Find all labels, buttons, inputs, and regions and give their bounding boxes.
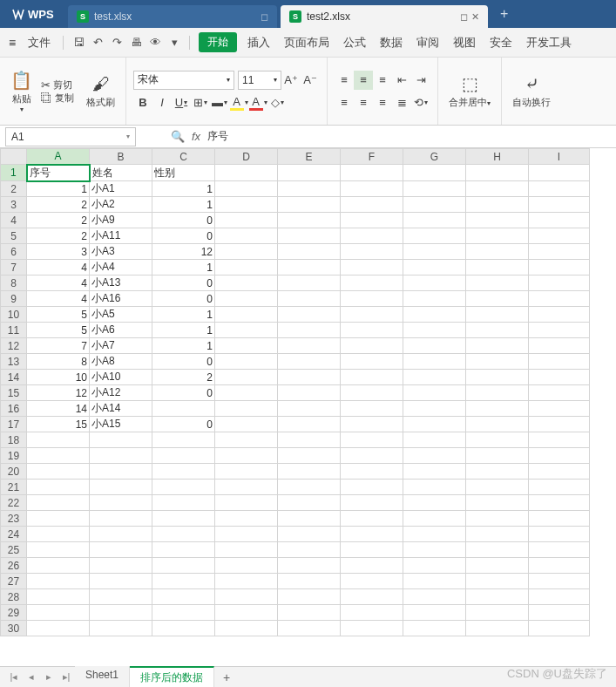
cell[interactable] bbox=[466, 527, 529, 542]
italic-button[interactable]: I bbox=[152, 93, 172, 112]
cell[interactable] bbox=[27, 527, 90, 542]
cell[interactable] bbox=[403, 589, 466, 605]
menu-review[interactable]: 审阅 bbox=[410, 35, 446, 51]
name-box[interactable]: A1▾ bbox=[5, 127, 136, 146]
cell[interactable] bbox=[403, 401, 466, 417]
cell[interactable] bbox=[215, 574, 278, 589]
cell[interactable] bbox=[341, 228, 403, 244]
cell[interactable] bbox=[529, 542, 590, 558]
cell[interactable] bbox=[278, 354, 341, 370]
cell[interactable] bbox=[341, 432, 403, 448]
cell[interactable] bbox=[90, 432, 152, 448]
menu-security[interactable]: 安全 bbox=[483, 35, 519, 51]
cell[interactable] bbox=[466, 448, 529, 464]
cell[interactable] bbox=[529, 589, 590, 605]
cell[interactable] bbox=[27, 542, 90, 558]
cell[interactable] bbox=[278, 165, 341, 181]
cell[interactable] bbox=[90, 464, 152, 480]
cell[interactable] bbox=[529, 574, 590, 589]
cell[interactable] bbox=[278, 323, 341, 338]
cell[interactable] bbox=[27, 480, 90, 495]
cell[interactable] bbox=[466, 385, 529, 401]
cell[interactable] bbox=[403, 385, 466, 401]
cell[interactable] bbox=[278, 260, 341, 275]
row-header[interactable]: 8 bbox=[1, 275, 27, 291]
cell[interactable] bbox=[403, 464, 466, 480]
align-top-icon[interactable]: ≡ bbox=[335, 71, 354, 90]
column-header[interactable]: E bbox=[278, 149, 341, 165]
cell[interactable] bbox=[215, 495, 278, 511]
cell[interactable] bbox=[90, 527, 152, 542]
cell[interactable]: 小A3 bbox=[90, 244, 152, 260]
row-header[interactable]: 30 bbox=[1, 621, 27, 636]
cell[interactable]: 1 bbox=[152, 338, 215, 354]
cell[interactable] bbox=[278, 181, 341, 197]
cell[interactable] bbox=[403, 354, 466, 370]
cell[interactable] bbox=[215, 417, 278, 432]
cell[interactable]: 8 bbox=[27, 354, 90, 370]
menu-view[interactable]: 视图 bbox=[446, 35, 483, 51]
cell[interactable] bbox=[278, 338, 341, 354]
cell[interactable]: 小A2 bbox=[90, 197, 152, 213]
cell[interactable] bbox=[152, 605, 215, 621]
cell[interactable] bbox=[152, 464, 215, 480]
cell[interactable] bbox=[27, 464, 90, 480]
cell[interactable]: 2 bbox=[27, 213, 90, 228]
cell[interactable] bbox=[341, 165, 403, 181]
column-header[interactable]: A bbox=[27, 149, 90, 165]
cell[interactable] bbox=[466, 260, 529, 275]
cell[interactable] bbox=[278, 480, 341, 495]
cell[interactable] bbox=[403, 527, 466, 542]
cell[interactable]: 姓名 bbox=[90, 165, 152, 181]
cell[interactable] bbox=[278, 385, 341, 401]
cell[interactable] bbox=[529, 213, 590, 228]
cell[interactable] bbox=[403, 558, 466, 574]
cell[interactable] bbox=[529, 181, 590, 197]
cell[interactable] bbox=[152, 495, 215, 511]
cell[interactable] bbox=[341, 464, 403, 480]
cell[interactable]: 0 bbox=[152, 291, 215, 307]
menu-devtools[interactable]: 开发工具 bbox=[519, 35, 579, 51]
cell[interactable] bbox=[529, 432, 590, 448]
cell[interactable] bbox=[466, 228, 529, 244]
cell[interactable] bbox=[529, 401, 590, 417]
cell[interactable]: 0 bbox=[152, 385, 215, 401]
row-header[interactable]: 23 bbox=[1, 511, 27, 527]
cell[interactable] bbox=[90, 480, 152, 495]
cell[interactable] bbox=[341, 323, 403, 338]
cell[interactable] bbox=[152, 480, 215, 495]
column-header[interactable]: C bbox=[152, 149, 215, 165]
merge-center-button[interactable]: ⬚ 合并居中▾ bbox=[445, 61, 494, 121]
cell[interactable] bbox=[27, 495, 90, 511]
cell[interactable] bbox=[27, 558, 90, 574]
cell[interactable] bbox=[529, 558, 590, 574]
row-header[interactable]: 18 bbox=[1, 432, 27, 448]
cell[interactable] bbox=[529, 370, 590, 385]
cell[interactable]: 小A11 bbox=[90, 228, 152, 244]
cell[interactable] bbox=[466, 432, 529, 448]
cell[interactable] bbox=[529, 338, 590, 354]
font-size-select[interactable]: 11▾ bbox=[238, 71, 281, 90]
row-header[interactable]: 17 bbox=[1, 417, 27, 432]
tab-pin-icon[interactable]: ◻ bbox=[261, 11, 268, 23]
cell[interactable]: 14 bbox=[27, 401, 90, 417]
row-header[interactable]: 6 bbox=[1, 244, 27, 260]
cell[interactable]: 小A12 bbox=[90, 385, 152, 401]
sheet-last-icon[interactable]: ▸| bbox=[58, 671, 75, 683]
new-tab-button[interactable]: + bbox=[491, 6, 517, 22]
cell[interactable]: 小A13 bbox=[90, 275, 152, 291]
cell[interactable] bbox=[215, 213, 278, 228]
decrease-indent-icon[interactable]: ⇤ bbox=[392, 71, 411, 90]
sheet-next-icon[interactable]: ▸ bbox=[40, 671, 58, 683]
cell[interactable] bbox=[90, 558, 152, 574]
cell[interactable] bbox=[403, 495, 466, 511]
highlight-button[interactable]: A bbox=[229, 93, 248, 112]
row-header[interactable]: 13 bbox=[1, 354, 27, 370]
cell[interactable] bbox=[403, 480, 466, 495]
cell[interactable] bbox=[215, 527, 278, 542]
row-header[interactable]: 4 bbox=[1, 213, 27, 228]
cell[interactable] bbox=[341, 181, 403, 197]
cell[interactable] bbox=[90, 621, 152, 636]
cell[interactable] bbox=[529, 244, 590, 260]
cell[interactable] bbox=[27, 589, 90, 605]
